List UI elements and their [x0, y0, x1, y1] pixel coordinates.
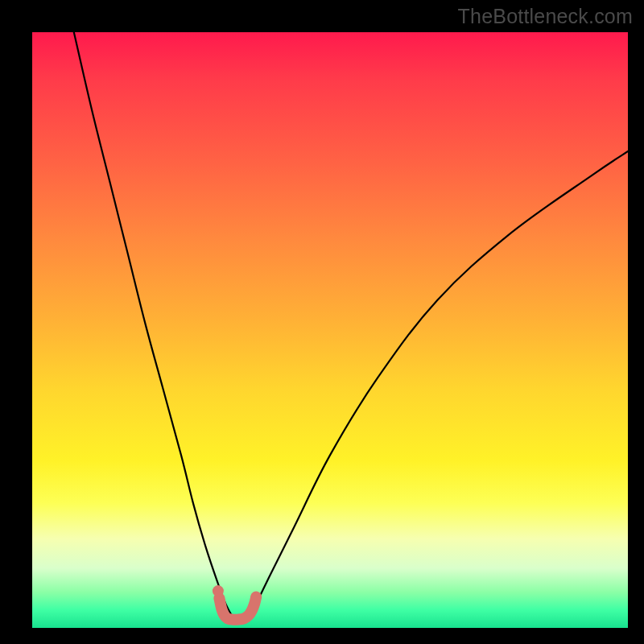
plot-area — [32, 32, 628, 628]
watermark-text: TheBottleneck.com — [458, 5, 633, 28]
chart-frame: TheBottleneck.com — [0, 0, 644, 644]
optimal-range-marker — [219, 597, 256, 620]
bottleneck-curve — [74, 32, 628, 621]
optimal-start-dot — [213, 585, 224, 597]
chart-svg — [32, 32, 628, 628]
